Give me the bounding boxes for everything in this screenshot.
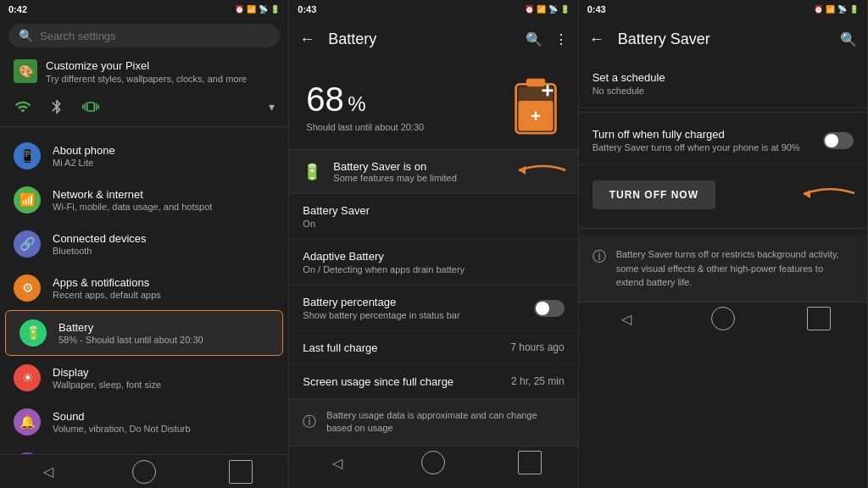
recents-nav-btn-1[interactable] [229,460,253,484]
signal-icon-3: 📡 [837,5,847,14]
search-input[interactable] [40,30,270,42]
bs-info-icon: ⓘ [593,248,606,266]
adaptive-battery-item[interactable]: Adaptive Battery On / Detecting when app… [289,240,577,286]
recents-nav-btn-2[interactable] [518,451,542,474]
network-text: Network & internet Wi-Fi, mobile, data u… [53,188,212,212]
battery-toolbar-icons: 🔍 ⋮ [526,31,568,47]
settings-list: 📱 About phone Mi A2 Lite 📶 Network & int… [0,130,288,454]
signal-icon: 📡 [259,5,268,14]
setting-about-phone[interactable]: 📱 About phone Mi A2 Lite [0,134,288,178]
quick-wifi-icon[interactable] [14,97,32,116]
setting-battery[interactable]: 🔋 Battery 58% - Should last until about … [5,310,283,356]
bs-info-row: ⓘ Battery Saver turns off or restricts b… [579,236,867,302]
quick-bt-icon[interactable] [47,97,66,116]
home-nav-btn-2[interactable] [421,451,445,474]
apps-icon: ⚙ [14,274,41,302]
back-nav-btn-2[interactable]: ◁ [326,451,349,474]
back-nav-btn-3[interactable]: ◁ [615,307,638,330]
search-bar[interactable]: 🔍 [8,24,280,47]
setting-network[interactable]: 📶 Network & internet Wi-Fi, mobile, data… [0,178,288,222]
bottom-nav-1: ◁ [0,454,288,488]
bs-search-icon[interactable]: 🔍 [840,31,857,47]
screen-usage-value: 2 hr, 25 min [511,375,565,388]
turn-off-toggle[interactable] [823,132,854,149]
apps-desc: Recent apps, default apps [53,290,161,300]
set-schedule-sub: No schedule [593,86,854,96]
bottom-nav-2: ◁ [289,446,577,480]
back-nav-btn-1[interactable]: ◁ [36,460,60,484]
battery-more-icon[interactable]: ⋮ [554,31,568,47]
wifi-icon: 📶 [247,5,256,14]
about-phone-icon: 📱 [14,142,41,169]
apps-name: Apps & notifications [53,276,161,289]
settings-panel: 0:42 ⏰ 📶 📡 🔋 🔍 🎨 Customize your Pixel Tr… [0,0,289,488]
battery-saver-banner[interactable]: 🔋 Battery Saver is on Some features may … [289,149,577,194]
home-nav-btn-1[interactable] [132,460,156,484]
turn-off-label: Turn off when fully charged [593,128,815,141]
setting-apps[interactable]: ⚙ Apps & notifications Recent apps, defa… [0,266,288,310]
setting-sound[interactable]: 🔔 Sound Volume, vibration, Do Not Distur… [0,400,288,444]
connected-text: Connected devices Bluetooth [53,232,147,256]
setting-connected[interactable]: 🔗 Connected devices Bluetooth [0,222,288,266]
status-bar-2: 0:43 ⏰ 📶 📡 🔋 [289,0,577,19]
adaptive-label: Adaptive Battery [303,250,564,263]
svg-marker-8 [804,190,810,198]
display-icon: ☀ [14,364,41,391]
customize-icon: 🎨 [14,59,37,83]
sound-text: Sound Volume, vibration, Do Not Disturb [53,410,191,434]
quick-vibrate-icon[interactable] [81,97,100,116]
saver-alert-icon: 🔋 [303,163,321,181]
setting-storage[interactable]: 💾 Storage 83% used - 5.42 GB free [0,444,288,454]
network-icon: 📶 [14,186,41,214]
svg-rect-1 [526,79,544,86]
battery-info-row: ⓘ Battery usage data is approximate and … [289,399,577,446]
battery-back-button[interactable]: ← [299,30,314,48]
battery-saver-item[interactable]: Battery Saver On [289,194,577,240]
network-desc: Wi-Fi, mobile, data usage, and hotspot [53,202,212,212]
sound-desc: Volume, vibration, Do Not Disturb [53,424,191,434]
battery-pct-row: Battery percentage Show battery percenta… [303,296,564,320]
battery-text: Battery 58% - Should last until about 20… [58,321,203,345]
about-phone-desc: Mi A2 Lite [53,158,115,168]
bs-app-bar: ← Battery Saver 🔍 [579,19,867,59]
divider-1 [0,126,288,127]
customize-subtitle: Try different styles, wallpapers, clocks… [46,74,247,84]
customize-text: Customize your Pixel Try different style… [46,59,247,84]
home-nav-btn-3[interactable] [711,307,735,330]
saver-banner-text: Battery Saver is on Some features may be… [333,160,457,183]
status-icons-1: ⏰ 📶 📡 🔋 [235,5,280,14]
setting-display[interactable]: ☀ Display Wallpaper, sleep, font size [0,356,288,400]
turn-off-charged-item[interactable]: Turn off when fully charged Battery Save… [579,116,867,165]
recents-nav-btn-3[interactable] [807,307,831,330]
saver-title: Battery Saver is on [333,160,457,173]
bottom-nav-3: ◁ [579,302,867,336]
battery-search-icon[interactable]: 🔍 [526,31,542,47]
display-name: Display [53,366,161,379]
turn-off-text: Turn off when fully charged Battery Save… [593,128,823,152]
turn-off-sub: Battery Saver turns off when your phone … [593,142,815,152]
battery-icon-2: 🔋 [560,5,570,14]
screen-usage-row: Screen usage since full charge 2 hr, 25 … [289,365,577,399]
connected-desc: Bluetooth [53,246,147,256]
turn-off-now-button[interactable]: TURN OFF NOW [593,180,715,209]
quick-chevron[interactable]: ▾ [269,100,275,114]
time-1: 0:42 [8,4,27,14]
battery-title: Battery [328,30,525,48]
sound-name: Sound [53,410,191,423]
customize-title: Customize your Pixel [46,59,247,72]
battery-pct-text: Battery percentage Show battery percenta… [303,296,459,320]
customize-banner[interactable]: 🎨 Customize your Pixel Try different sty… [0,53,288,91]
time-3: 0:43 [587,4,606,14]
battery-percentage-item[interactable]: Battery percentage Show battery percenta… [289,286,577,331]
battery-app-bar: ← Battery 🔍 ⋮ [289,19,577,59]
set-schedule-item[interactable]: Set a schedule No schedule [579,59,867,108]
bs-toolbar-icons: 🔍 [840,31,857,47]
battery-pct-label: Battery percentage [303,296,459,308]
bs-title: Battery Saver [618,30,840,48]
alarm-icon-2: ⏰ [525,5,534,14]
divider-bs-2 [579,228,867,229]
battery-pct-toggle[interactable] [534,300,565,317]
turn-off-row: Turn off when fully charged Battery Save… [593,128,854,152]
battery-saver-sub: On [303,219,564,229]
bs-back-button[interactable]: ← [589,30,604,48]
